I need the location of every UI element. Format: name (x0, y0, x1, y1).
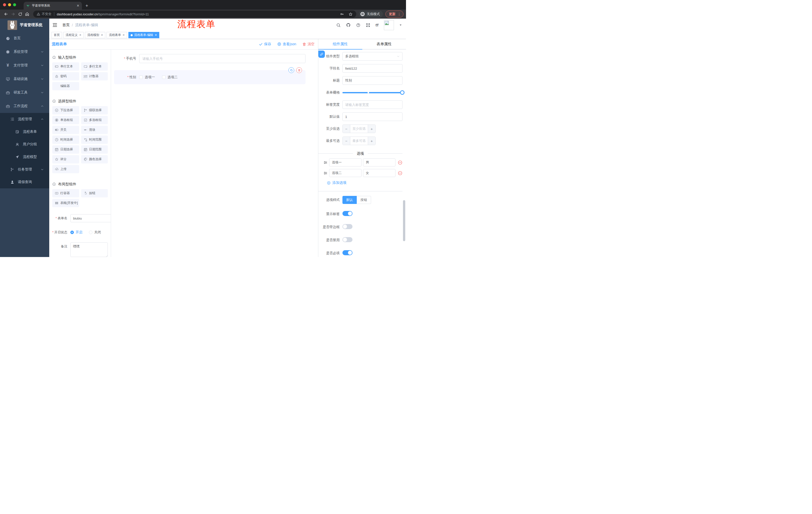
palette-item-table[interactable]: 表格[开发中] (52, 199, 79, 207)
palette-item-time-range[interactable]: 时间范围 (81, 136, 108, 144)
font-size-icon[interactable]: tT (376, 23, 379, 27)
sidebar-item-leave-query[interactable]: 请假查询 (0, 176, 49, 188)
slider-handle[interactable] (400, 90, 405, 95)
component-type-select[interactable]: 多选框组 (343, 52, 403, 61)
form-name-input[interactable] (70, 214, 111, 222)
key-icon[interactable] (340, 12, 344, 16)
palette-item-time-picker[interactable]: 时间选择 (52, 136, 79, 144)
status-radio-off[interactable]: 关闭 (89, 230, 101, 235)
help-icon[interactable] (356, 23, 360, 27)
close-icon[interactable]: ✕ (122, 33, 125, 37)
remove-option-button[interactable] (398, 171, 403, 175)
palette-item-color-picker[interactable]: 颜色选择 (81, 155, 108, 163)
delete-field-button[interactable] (296, 67, 302, 73)
option-value-input[interactable] (363, 158, 396, 166)
minus-button[interactable]: − (343, 125, 350, 133)
tab-close-icon[interactable]: ✕ (77, 4, 79, 7)
palette-item-cascader[interactable]: 级联选择 (81, 106, 108, 114)
checkbox-icon[interactable] (162, 76, 166, 79)
palette-item-switch[interactable]: 开关 (52, 126, 79, 134)
palette-item-counter[interactable]: 123计数器 (81, 72, 108, 80)
style-button-button[interactable]: 按钮 (357, 196, 371, 204)
tag-process-form[interactable]: 流程表单✕ (107, 32, 127, 38)
palette-item-radio-group[interactable]: 单选框组 (52, 116, 79, 124)
sidebar-item-system[interactable]: 系统管理 (0, 45, 49, 59)
chrome-menu-icon[interactable]: ⋮ (398, 12, 401, 16)
zoom-window-button[interactable] (13, 3, 16, 6)
remark-textarea[interactable]: 嘿嘿 (70, 242, 108, 257)
sidebar-item-process-mgmt[interactable]: 流程管理 (0, 113, 49, 126)
sidebar-item-payment[interactable]: ¥ 支付管理 (0, 59, 49, 72)
browser-tab[interactable]: 芋道管理系统 ✕ (24, 2, 82, 9)
title-input[interactable] (343, 76, 403, 85)
sidebar-item-workflow[interactable]: 工作流程 (0, 99, 49, 113)
tag-home[interactable]: 首页 (52, 32, 62, 38)
palette-item-row-container[interactable]: 行容器 (52, 189, 79, 197)
address-bar[interactable]: 不安全 dashboard.yudao.iocoder.cn /bpm/mana… (33, 10, 356, 18)
save-button[interactable]: 保存 (259, 42, 271, 47)
status-radio-on[interactable]: 开启 (70, 230, 82, 235)
new-tab-button[interactable]: + (85, 3, 88, 8)
disabled-toggle[interactable] (343, 237, 352, 242)
phone-input[interactable] (139, 54, 306, 63)
avatar[interactable] (384, 20, 394, 30)
search-icon[interactable] (336, 23, 341, 27)
label-width-input[interactable] (343, 100, 403, 109)
sidebar-item-process-form[interactable]: 流程表单 (0, 126, 49, 138)
chrome-update-button[interactable]: 更新 ⋮ (385, 10, 404, 18)
close-icon[interactable]: ✕ (79, 33, 81, 37)
github-icon[interactable] (346, 23, 351, 27)
link-button[interactable] (318, 51, 325, 58)
close-icon[interactable]: ✕ (155, 33, 157, 37)
min-select-stepper[interactable]: −至少应选+ (343, 125, 376, 133)
max-select-value[interactable]: 最多可选 (350, 137, 368, 145)
sidebar-item-process-model[interactable]: 流程模型 (0, 151, 49, 163)
palette-item-editor[interactable]: 编辑器 (52, 82, 79, 90)
reload-icon[interactable] (17, 10, 24, 18)
palette-item-checkbox-group[interactable]: 多选框组 (81, 116, 108, 124)
gender-option-1[interactable]: 选项一 (139, 75, 155, 79)
drag-handle-icon[interactable] (323, 160, 328, 165)
minimize-window-button[interactable] (8, 3, 11, 6)
tab-component-props[interactable]: 组件属性 (318, 39, 362, 50)
bookmark-star-icon[interactable] (348, 12, 353, 16)
palette-item-date-range[interactable]: 日期范围 (81, 145, 108, 154)
palette-item-password[interactable]: 密码 (52, 72, 79, 80)
field-name-input[interactable] (343, 64, 403, 73)
form-canvas[interactable]: *手机号 *性别 选项一 (111, 50, 318, 257)
sidebar-item-infra[interactable]: 基础设施 (0, 72, 49, 86)
copy-field-button[interactable] (288, 67, 294, 73)
sidebar-item-task-mgmt[interactable]: 任务管理 (0, 163, 49, 176)
border-toggle[interactable] (343, 224, 352, 229)
palette-item-date-picker[interactable]: 日期选择 (52, 145, 79, 154)
close-window-button[interactable] (3, 3, 6, 6)
collapse-sidebar-icon[interactable] (52, 22, 58, 28)
sidebar-item-devtools[interactable]: 研发工具 (0, 86, 49, 99)
canvas-field-gender-selected[interactable]: *性别 选项一 选项二 (114, 70, 306, 84)
plus-button[interactable]: + (368, 137, 375, 145)
drag-handle-icon[interactable] (323, 171, 328, 175)
option-value-input[interactable] (363, 169, 396, 177)
default-value-input[interactable] (343, 112, 403, 121)
palette-item-single-text[interactable]: 单行文本 (52, 62, 79, 71)
palette-item-slider[interactable]: 滑块 (81, 126, 108, 134)
view-json-button[interactable]: 查看json (277, 42, 296, 47)
breadcrumb-home[interactable]: 首页 (62, 23, 69, 27)
window-controls[interactable] (0, 0, 19, 9)
avatar-caret-icon[interactable] (399, 24, 402, 26)
style-default-button[interactable]: 默认 (343, 196, 357, 204)
back-icon[interactable] (2, 10, 9, 18)
sidebar-item-user-group[interactable]: 用户分组 (0, 138, 49, 151)
canvas-field-phone[interactable]: *手机号 (114, 54, 306, 63)
gender-option-2[interactable]: 选项二 (162, 75, 178, 79)
fullscreen-icon[interactable] (366, 23, 370, 27)
checkbox-icon[interactable] (139, 76, 143, 79)
tag-process-model[interactable]: 流程模型✕ (85, 32, 105, 38)
palette-item-button[interactable]: 按钮 (81, 189, 108, 197)
palette-item-upload[interactable]: 上传 (52, 165, 79, 173)
close-icon[interactable]: ✕ (101, 33, 103, 37)
security-indicator[interactable]: 不安全 (37, 12, 52, 16)
required-toggle[interactable] (343, 250, 352, 255)
clear-button[interactable]: 清空 (302, 42, 315, 47)
max-select-stepper[interactable]: −最多可选+ (343, 137, 376, 145)
